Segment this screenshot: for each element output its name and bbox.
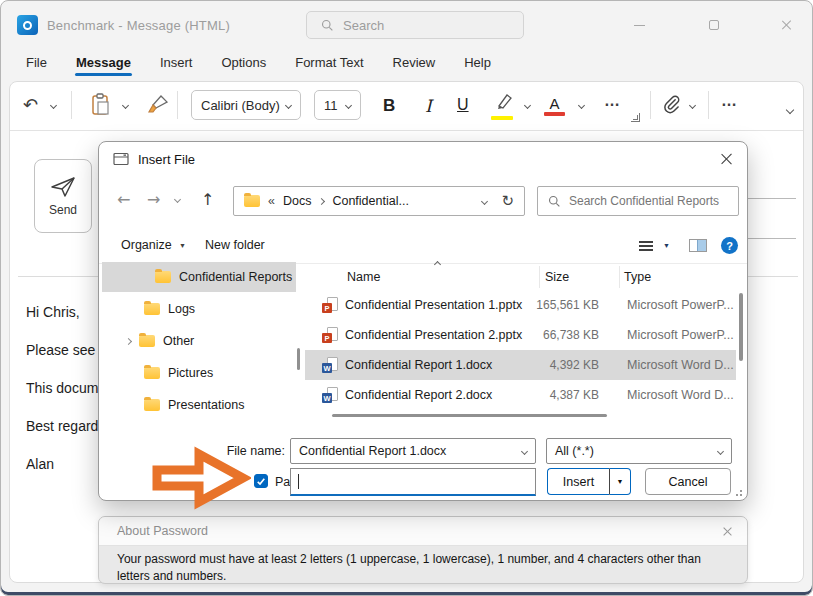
view-mode-button[interactable] xyxy=(639,241,653,251)
recent-locations-icon[interactable] xyxy=(174,196,181,203)
tab-message[interactable]: Message xyxy=(75,53,132,76)
dialog-close-icon[interactable] xyxy=(719,152,733,166)
font-name-value: Calibri (Body) xyxy=(201,98,280,113)
tab-format-text[interactable]: Format Text xyxy=(294,53,364,76)
tab-file[interactable]: File xyxy=(25,53,48,76)
password-checkbox[interactable] xyxy=(254,474,268,488)
expand-chevron-icon[interactable] xyxy=(125,337,132,344)
font-name-combobox[interactable]: Calibri (Body) xyxy=(191,90,301,120)
italic-button[interactable]: I xyxy=(425,96,432,116)
ribbon-separator xyxy=(708,91,709,119)
about-password-panel: About Password Your password must have a… xyxy=(98,516,748,584)
organize-button[interactable]: Organize xyxy=(121,238,172,252)
insert-dropdown-button[interactable]: ▼ xyxy=(609,468,631,495)
insert-label: Insert xyxy=(563,475,594,489)
font-size-combobox[interactable]: 11 xyxy=(314,90,361,120)
undo-button[interactable]: ↶ xyxy=(23,94,38,116)
help-button[interactable]: ? xyxy=(721,237,738,254)
send-button[interactable]: Send xyxy=(34,159,92,233)
tab-insert[interactable]: Insert xyxy=(159,53,194,76)
dialog-title-bar[interactable]: Insert File xyxy=(99,142,747,176)
address-bar[interactable]: « Docs Confidential... ↻ xyxy=(233,186,525,216)
tree-item-presentations[interactable]: Presentations xyxy=(102,390,296,420)
address-dropdown-icon[interactable] xyxy=(481,197,488,204)
breadcrumb-docs[interactable]: Docs xyxy=(283,194,311,208)
file-row-presentation-2[interactable]: P Confidential Presentation 2.pptx 66,73… xyxy=(305,320,736,350)
checkmark-icon xyxy=(256,477,266,486)
outlook-message-window: Benchmark - Message (HTML) Search File M… xyxy=(0,0,813,596)
chevron-down-icon xyxy=(521,447,528,454)
more-commands-button[interactable]: … xyxy=(721,92,738,110)
up-button[interactable]: ↑ xyxy=(201,190,214,209)
resize-grip[interactable] xyxy=(732,486,742,496)
file-row-report-1[interactable]: W Confidential Report 1.docx 4,392 KB Mi… xyxy=(305,350,736,380)
column-divider[interactable] xyxy=(619,266,620,288)
bold-button[interactable]: B xyxy=(383,96,395,116)
send-label: Send xyxy=(49,203,77,217)
file-type-filter-combobox[interactable]: All (*.*) xyxy=(546,438,732,464)
dialog-search-box[interactable]: Search Confidential Reports xyxy=(537,186,739,216)
ribbon-separator xyxy=(177,91,178,119)
maximize-button[interactable] xyxy=(693,1,735,49)
highlight-button[interactable] xyxy=(491,93,515,115)
tree-item-logs[interactable]: Logs xyxy=(102,294,296,324)
tree-item-confidential-reports[interactable]: Confidential Reports xyxy=(102,262,296,292)
column-divider[interactable] xyxy=(539,266,540,288)
file-name-combobox[interactable]: Confidential Report 1.docx xyxy=(290,438,536,464)
column-header-size[interactable]: Size xyxy=(545,270,569,284)
attach-file-button[interactable] xyxy=(661,93,681,115)
search-icon xyxy=(548,195,561,208)
about-close-icon[interactable] xyxy=(722,526,733,537)
tab-options[interactable]: Options xyxy=(220,53,267,76)
ribbon-tabs: File Message Insert Options Format Text … xyxy=(25,49,492,79)
title-search-box[interactable]: Search xyxy=(306,11,524,39)
tree-scrollbar[interactable] xyxy=(297,348,300,370)
close-button[interactable] xyxy=(765,1,807,49)
font-color-bar xyxy=(544,112,565,116)
cancel-button[interactable]: Cancel xyxy=(645,468,731,495)
help-icon: ? xyxy=(726,240,733,252)
dialog-launcher-icon[interactable] xyxy=(631,113,640,122)
about-password-text: Your password must have at least 2 lette… xyxy=(99,546,747,584)
tree-item-other[interactable]: Other xyxy=(102,326,296,356)
format-painter-button[interactable] xyxy=(147,94,169,114)
tree-item-label: Confidential Reports xyxy=(179,270,292,284)
font-color-button[interactable]: A xyxy=(547,95,562,112)
ribbon-separator xyxy=(650,91,651,119)
file-list-horizontal-scrollbar[interactable] xyxy=(332,414,607,417)
powerpoint-file-icon: P xyxy=(322,297,338,313)
filter-value: All (*.*) xyxy=(555,444,594,458)
column-header-name[interactable]: Name xyxy=(347,270,380,284)
word-file-icon: W xyxy=(322,387,338,403)
file-list-vertical-scrollbar[interactable] xyxy=(739,293,743,361)
organize-dropdown-icon[interactable]: ▼ xyxy=(179,242,186,249)
file-type: Microsoft Word D... xyxy=(627,388,734,402)
new-folder-button[interactable]: New folder xyxy=(205,238,265,252)
view-mode-dropdown-icon[interactable]: ▼ xyxy=(663,242,670,249)
paste-button[interactable] xyxy=(91,93,111,117)
tab-help[interactable]: Help xyxy=(463,53,492,76)
breadcrumb-current[interactable]: Confidential... xyxy=(332,194,408,208)
insert-button[interactable]: Insert xyxy=(547,468,609,495)
more-formatting-button[interactable]: … xyxy=(604,92,621,110)
minimize-button[interactable] xyxy=(618,1,660,49)
about-password-header: About Password xyxy=(99,517,747,546)
callout-arrow-icon xyxy=(151,445,251,511)
password-input[interactable] xyxy=(290,468,536,496)
forward-button[interactable]: → xyxy=(147,190,160,209)
file-row-presentation-1[interactable]: P Confidential Presentation 1.pptx 165,5… xyxy=(305,290,736,320)
back-button[interactable]: ← xyxy=(117,190,130,209)
refresh-button[interactable]: ↻ xyxy=(501,192,514,210)
column-header-type[interactable]: Type xyxy=(624,270,651,284)
underline-button[interactable]: U xyxy=(457,96,469,114)
tab-review[interactable]: Review xyxy=(392,53,437,76)
preview-pane-button[interactable] xyxy=(689,239,707,252)
file-size: 66,738 KB xyxy=(479,328,599,342)
ribbon-separator xyxy=(71,91,72,119)
breadcrumb-overflow[interactable]: « xyxy=(268,194,275,208)
file-name: Confidential Report 2.docx xyxy=(345,388,492,402)
folder-icon xyxy=(139,335,155,347)
folder-icon xyxy=(144,399,160,411)
file-row-report-2[interactable]: W Confidential Report 2.docx 4,387 KB Mi… xyxy=(305,380,736,410)
tree-item-pictures[interactable]: Pictures xyxy=(102,358,296,388)
